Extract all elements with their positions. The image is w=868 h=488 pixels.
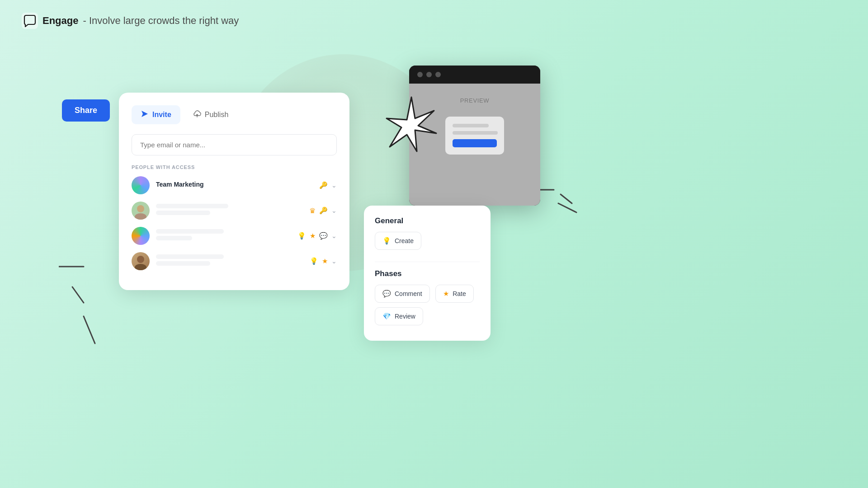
person-row: Team Marketing 🔑 ⌄ bbox=[132, 176, 337, 194]
svg-point-5 bbox=[135, 264, 146, 270]
chevron-down-icon[interactable]: ⌄ bbox=[331, 182, 337, 189]
app-header: Engage - Involve large crowds the right … bbox=[22, 13, 239, 29]
divider bbox=[375, 262, 480, 262]
star-decoration bbox=[384, 95, 439, 155]
person-info: Team Marketing bbox=[156, 181, 313, 190]
email-input[interactable] bbox=[132, 134, 337, 155]
bulb-icon: 💡 bbox=[297, 232, 306, 240]
avatar bbox=[132, 252, 150, 270]
app-title: Engage bbox=[42, 15, 78, 27]
star-icon: ★ bbox=[322, 257, 328, 265]
person-icons: 💡 ★ ⌄ bbox=[310, 257, 337, 265]
general-panel: General 💡 Create Phases 💬 Comment ★ Rate… bbox=[364, 206, 491, 341]
svg-line-11 bbox=[84, 316, 95, 343]
invite-icon bbox=[141, 110, 149, 120]
person-row: 💡 ★ 💬 ⌄ bbox=[132, 227, 337, 245]
person-icons: 💡 ★ 💬 ⌄ bbox=[297, 232, 337, 240]
accent-lines-bottom-left bbox=[59, 253, 127, 357]
skeleton-name bbox=[156, 204, 228, 208]
avatar bbox=[132, 202, 150, 220]
person-info bbox=[156, 254, 303, 268]
tab-invite[interactable]: Invite bbox=[132, 105, 180, 124]
preview-skeleton-2 bbox=[453, 131, 498, 135]
comment-button[interactable]: 💬 Comment bbox=[375, 285, 430, 303]
person-info bbox=[156, 229, 291, 243]
bulb-icon: 💡 bbox=[382, 237, 391, 245]
app-subtitle: - Involve large crowds the right way bbox=[83, 15, 239, 27]
tab-publish[interactable]: Publish bbox=[184, 105, 237, 124]
publish-icon bbox=[193, 110, 201, 120]
preview-skeleton-1 bbox=[453, 124, 489, 127]
chat-icon: 💬 bbox=[382, 290, 391, 298]
key-icon: 🔑 bbox=[319, 206, 328, 215]
people-with-access-label: PEOPLE WITH ACCESS bbox=[132, 164, 337, 170]
engage-icon bbox=[22, 13, 38, 29]
skeleton-detail bbox=[156, 236, 192, 240]
panel-tabs: Invite Publish bbox=[132, 105, 337, 124]
svg-line-10 bbox=[72, 287, 84, 303]
star-icon: ★ bbox=[443, 290, 449, 298]
chevron-down-icon[interactable]: ⌄ bbox=[331, 258, 337, 265]
rate-button[interactable]: ★ Rate bbox=[435, 285, 474, 303]
review-button[interactable]: 💎 Review bbox=[375, 307, 423, 325]
chevron-down-icon[interactable]: ⌄ bbox=[331, 232, 337, 239]
avatar bbox=[132, 227, 150, 245]
person-icons: ♛ 🔑 ⌄ bbox=[309, 206, 337, 215]
phases-section-title: Phases bbox=[375, 269, 480, 278]
avatar bbox=[132, 176, 150, 194]
create-button[interactable]: 💡 Create bbox=[375, 232, 421, 250]
chat-icon: 💬 bbox=[319, 232, 328, 240]
svg-point-4 bbox=[137, 256, 144, 263]
person-info bbox=[156, 204, 303, 217]
window-dot-3 bbox=[435, 72, 441, 77]
person-row: ♛ 🔑 ⌄ bbox=[132, 202, 337, 220]
skeleton-detail bbox=[156, 211, 210, 215]
svg-line-8 bbox=[561, 194, 572, 203]
share-button[interactable]: Share bbox=[62, 99, 110, 122]
svg-line-7 bbox=[558, 203, 576, 212]
preview-button bbox=[453, 139, 497, 147]
diamond-icon: 💎 bbox=[382, 312, 391, 320]
preview-card bbox=[445, 117, 504, 155]
preview-label: PREVIEW bbox=[460, 97, 490, 104]
skeleton-detail bbox=[156, 261, 210, 266]
skeleton-name bbox=[156, 254, 224, 259]
window-title-bar bbox=[409, 66, 540, 84]
person-row: 💡 ★ ⌄ bbox=[132, 252, 337, 270]
phases-buttons: 💬 Comment ★ Rate 💎 Review bbox=[375, 285, 480, 330]
bulb-icon: 💡 bbox=[310, 257, 318, 265]
general-section-title: General bbox=[375, 216, 480, 225]
svg-point-3 bbox=[135, 213, 146, 220]
person-name: Team Marketing bbox=[156, 181, 313, 188]
window-dot-1 bbox=[417, 72, 423, 77]
person-icons: 🔑 ⌄ bbox=[319, 181, 337, 189]
skeleton-name bbox=[156, 229, 224, 234]
window-dot-2 bbox=[426, 72, 432, 77]
svg-point-2 bbox=[137, 205, 144, 212]
key-icon: 🔑 bbox=[319, 181, 328, 189]
svg-marker-1 bbox=[142, 111, 148, 117]
crown-icon: ♛ bbox=[309, 206, 316, 215]
chevron-down-icon[interactable]: ⌄ bbox=[331, 207, 337, 214]
star-icon: ★ bbox=[310, 232, 316, 240]
share-panel: Invite Publish PEOPLE WITH ACCESS Team M… bbox=[119, 93, 349, 290]
